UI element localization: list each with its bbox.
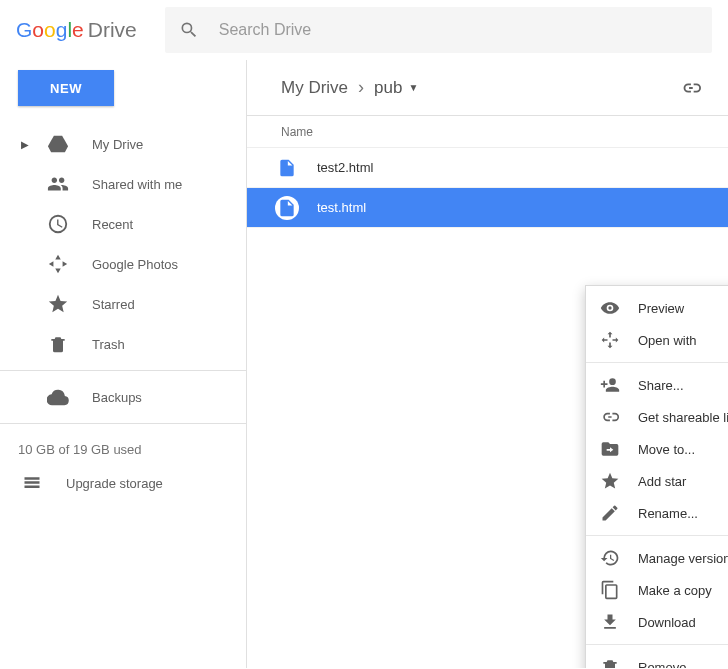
folder-move-icon <box>600 439 620 459</box>
main-content: My Drive › pub ▼ Name test2.html test.ht… <box>246 60 728 668</box>
menu-share[interactable]: Share... <box>586 369 728 401</box>
sidebar-item-backups[interactable]: Backups <box>0 377 246 417</box>
menu-label: Share... <box>638 378 684 393</box>
google-wordmark: Google <box>16 18 84 42</box>
star-icon <box>46 292 70 316</box>
breadcrumb-current[interactable]: pub ▼ <box>374 78 418 98</box>
edit-icon <box>600 503 620 523</box>
photos-icon <box>46 252 70 276</box>
sidebar-item-shared[interactable]: Shared with me <box>0 164 246 204</box>
divider <box>0 370 246 371</box>
file-icon <box>275 156 299 180</box>
people-icon <box>46 172 70 196</box>
dropdown-icon: ▼ <box>408 82 418 93</box>
sidebar-item-label: Backups <box>92 390 142 405</box>
search-bar[interactable]: Search Drive <box>165 7 712 53</box>
menu-download[interactable]: Download <box>586 606 728 638</box>
list-header-name[interactable]: Name <box>247 116 728 148</box>
sidebar-item-starred[interactable]: Starred <box>0 284 246 324</box>
menu-move-to[interactable]: Move to... <box>586 433 728 465</box>
trash-icon <box>600 657 620 668</box>
menu-label: Move to... <box>638 442 695 457</box>
expand-icon[interactable]: ▶ <box>20 139 30 150</box>
product-name: Drive <box>88 18 137 42</box>
menu-label: Add star <box>638 474 686 489</box>
copy-icon <box>600 580 620 600</box>
menu-open-with[interactable]: Open with › <box>586 324 728 356</box>
menu-preview[interactable]: Preview <box>586 292 728 324</box>
toolbar: My Drive › pub ▼ <box>247 60 728 116</box>
sidebar-item-recent[interactable]: Recent <box>0 204 246 244</box>
menu-label: Open with <box>638 333 697 348</box>
sidebar-item-label: Shared with me <box>92 177 182 192</box>
breadcrumb-current-label: pub <box>374 78 402 98</box>
sidebar-item-label: Trash <box>92 337 125 352</box>
person-add-icon <box>600 375 620 395</box>
sidebar-item-my-drive[interactable]: ▶ My Drive <box>0 124 246 164</box>
app-header: Google Drive Search Drive <box>0 0 728 60</box>
drive-icon <box>46 132 70 156</box>
storage-icon <box>20 471 44 495</box>
download-icon <box>600 612 620 632</box>
menu-divider <box>586 362 728 363</box>
search-icon <box>179 20 199 40</box>
file-name: test.html <box>317 200 366 215</box>
divider <box>0 423 246 424</box>
file-name: test2.html <box>317 160 373 175</box>
menu-label: Get shareable link <box>638 410 728 425</box>
menu-label: Manage versions <box>638 551 728 566</box>
menu-manage-versions[interactable]: Manage versions <box>586 542 728 574</box>
clock-icon <box>46 212 70 236</box>
file-row[interactable]: test2.html <box>247 148 728 188</box>
history-icon <box>600 548 620 568</box>
logo[interactable]: Google Drive <box>16 18 137 42</box>
sidebar-item-label: Recent <box>92 217 133 232</box>
sidebar-item-trash[interactable]: Trash <box>0 324 246 364</box>
sidebar-item-upgrade[interactable]: Upgrade storage <box>0 465 246 501</box>
sidebar-item-label: Starred <box>92 297 135 312</box>
star-icon <box>600 471 620 491</box>
chevron-right-icon: › <box>358 77 364 98</box>
storage-usage: 10 GB of 19 GB used <box>0 430 246 465</box>
menu-make-copy[interactable]: Make a copy <box>586 574 728 606</box>
file-row-selected[interactable]: test.html <box>247 188 728 228</box>
sidebar-item-label: Upgrade storage <box>66 476 163 491</box>
menu-label: Preview <box>638 301 684 316</box>
sidebar-item-label: My Drive <box>92 137 143 152</box>
sidebar-item-label: Google Photos <box>92 257 178 272</box>
menu-get-link[interactable]: Get shareable link <box>586 401 728 433</box>
breadcrumb-root[interactable]: My Drive <box>281 78 348 98</box>
link-icon <box>600 407 620 427</box>
eye-icon <box>600 298 620 318</box>
menu-divider <box>586 644 728 645</box>
cloud-icon <box>46 385 70 409</box>
menu-remove[interactable]: Remove <box>586 651 728 668</box>
sidebar-item-photos[interactable]: Google Photos <box>0 244 246 284</box>
menu-label: Download <box>638 615 696 630</box>
open-with-icon <box>600 330 620 350</box>
file-icon <box>275 196 299 220</box>
menu-rename[interactable]: Rename... <box>586 497 728 529</box>
menu-label: Remove <box>638 660 686 669</box>
menu-add-star[interactable]: Add star <box>586 465 728 497</box>
link-icon[interactable] <box>680 77 702 99</box>
new-button[interactable]: NEW <box>18 70 114 106</box>
menu-divider <box>586 535 728 536</box>
context-menu: Preview Open with › Share... Get shareab… <box>585 285 728 668</box>
sidebar: NEW ▶ My Drive Shared with me Recent <box>0 60 246 668</box>
menu-label: Make a copy <box>638 583 712 598</box>
search-placeholder: Search Drive <box>219 21 311 39</box>
menu-label: Rename... <box>638 506 698 521</box>
trash-icon <box>46 332 70 356</box>
